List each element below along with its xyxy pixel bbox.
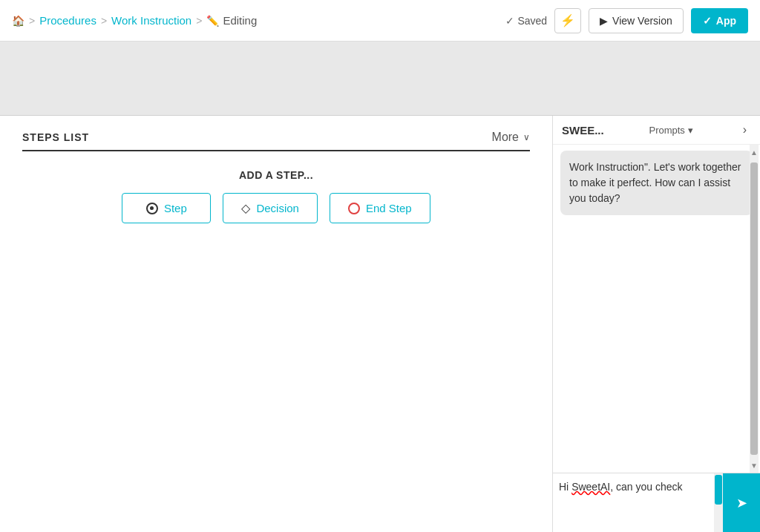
step-dot — [150, 206, 154, 210]
view-version-arrow-icon: ▶ — [600, 15, 608, 27]
breadcrumb-sep2: > — [101, 15, 107, 27]
add-step-button[interactable]: Step — [122, 193, 211, 223]
header-actions: ✓ Saved ⚡ ▶ View Version ✓ App — [505, 8, 748, 33]
chevron-down-icon: ∨ — [523, 132, 530, 142]
editing-label: Editing — [223, 14, 257, 27]
approve-label: App — [716, 15, 736, 27]
breadcrumb-editing: ✏️ Editing — [206, 14, 257, 27]
chat-messages-area: Work Instruction". Let's work together t… — [553, 145, 760, 473]
breadcrumb-work-instruction[interactable]: Work Instruction — [111, 14, 191, 27]
chat-input-area: Hi SweetAI, can you check ➤ — [553, 473, 760, 532]
saved-check-icon: ✓ — [505, 15, 514, 27]
decision-label: Decision — [256, 202, 299, 214]
scrollbar-up-button[interactable]: ▲ — [750, 145, 759, 160]
sub-header-area — [0, 42, 760, 116]
swee-label: SWEE... — [562, 124, 604, 137]
input-text-sweetai: SweetAI — [571, 481, 610, 493]
view-version-button[interactable]: ▶ View Version — [589, 8, 684, 33]
breadcrumb-procedures[interactable]: Procedures — [39, 14, 96, 27]
lightning-icon: ⚡ — [560, 13, 575, 27]
approve-check-icon: ✓ — [703, 15, 712, 27]
breadcrumb: 🏠 > Procedures > Work Instruction > ✏️ E… — [12, 14, 499, 27]
prompts-label: Prompts — [649, 125, 684, 136]
more-label: More — [492, 131, 519, 144]
chat-input-scrollbar[interactable] — [714, 473, 723, 532]
add-step-label: ADD A STEP... — [22, 169, 530, 181]
end-step-label: End Step — [366, 202, 412, 214]
home-icon[interactable]: 🏠 — [12, 15, 24, 27]
input-text-rest: , can you check — [610, 481, 682, 493]
header-bar: 🏠 > Procedures > Work Instruction > ✏️ E… — [0, 0, 760, 42]
expand-button[interactable]: › — [738, 122, 751, 138]
step-label: Step — [164, 202, 187, 214]
add-end-step-button[interactable]: End Step — [330, 193, 430, 223]
steps-list-title: STEPS LIST — [22, 131, 89, 143]
scroll-up-icon: ▲ — [750, 148, 758, 157]
ai-message-bubble: Work Instruction". Let's work together t… — [560, 151, 753, 215]
scrollbar-thumb[interactable] — [750, 162, 758, 455]
pencil-icon: ✏️ — [206, 15, 219, 27]
step-buttons-group: Step ◇ Decision End Step — [22, 193, 530, 223]
lightning-button[interactable]: ⚡ — [554, 8, 581, 33]
approve-button[interactable]: ✓ App — [691, 8, 748, 33]
right-panel: SWEE... Prompts ▾ › Work Instruction". L… — [552, 116, 760, 532]
input-text-hi: Hi — [559, 481, 571, 493]
view-version-label: View Version — [612, 15, 672, 27]
send-button[interactable]: ➤ — [723, 473, 760, 532]
prompts-arrow-icon: ▾ — [688, 125, 693, 136]
send-icon: ➤ — [736, 495, 747, 511]
chat-scrollbar[interactable]: ▲ ▼ — [750, 145, 759, 473]
end-step-circle-icon — [348, 203, 360, 214]
step-circle-icon — [146, 203, 158, 214]
ai-message-text: Work Instruction". Let's work together t… — [569, 161, 741, 204]
more-button[interactable]: More ∨ — [492, 131, 530, 144]
decision-diamond-icon: ◇ — [241, 201, 250, 215]
add-decision-button[interactable]: ◇ Decision — [223, 193, 318, 223]
chat-input-wrapper: Hi SweetAI, can you check — [553, 473, 714, 532]
scroll-down-icon: ▼ — [750, 462, 758, 470]
prompts-button[interactable]: Prompts ▾ — [649, 125, 692, 136]
breadcrumb-sep1: > — [29, 15, 35, 27]
breadcrumb-sep3: > — [196, 15, 202, 27]
right-panel-header: SWEE... Prompts ▾ › — [553, 116, 760, 145]
scrollbar-down-button[interactable]: ▼ — [750, 458, 759, 473]
saved-label: Saved — [517, 15, 547, 27]
expand-arrow-icon: › — [743, 123, 747, 136]
left-panel: STEPS LIST More ∨ ADD A STEP... Step ◇ D… — [0, 116, 552, 532]
saved-status: ✓ Saved — [505, 15, 547, 27]
steps-list-header: STEPS LIST More ∨ — [22, 131, 530, 151]
main-content: STEPS LIST More ∨ ADD A STEP... Step ◇ D… — [0, 116, 760, 532]
chat-input-text[interactable]: Hi SweetAI, can you check — [559, 479, 708, 495]
chat-input-scroll: Hi SweetAI, can you check — [559, 479, 708, 526]
chat-input-scrollbar-thumb[interactable] — [715, 475, 722, 505]
